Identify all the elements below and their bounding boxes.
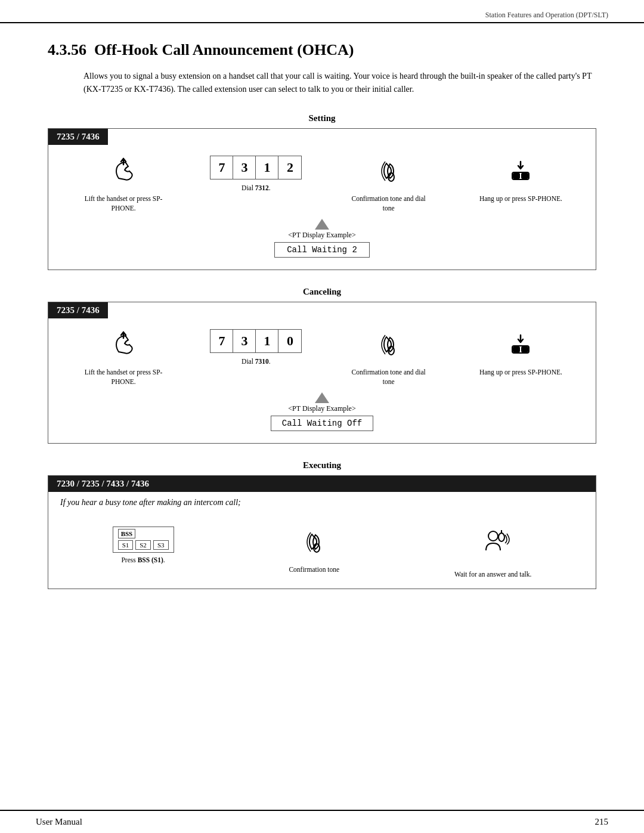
- page-footer: User Manual 215: [0, 810, 644, 833]
- executing-step3: Wait for an answer and talk.: [454, 527, 531, 579]
- footer-left: User Manual: [36, 817, 82, 827]
- setting-pt-screen: Call Waiting 2: [274, 242, 370, 258]
- setting-model: 7235 / 7436: [48, 129, 108, 145]
- setting-pt-display: <PT Display Example> Call Waiting 2: [48, 219, 596, 258]
- digit-2: 2: [278, 156, 301, 179]
- setting-heading: Setting: [48, 113, 596, 123]
- setting-steps-row: Lift the handset or press SP-PHONE. 7 3 …: [48, 145, 596, 213]
- section-description: Allows you to signal a busy extension on…: [83, 70, 596, 97]
- canceling-step1: Lift the handset or press SP-PHONE.: [82, 329, 165, 386]
- canceling-pt-display: <PT Display Example> Call Waiting Off: [48, 392, 596, 431]
- bss-s2-button[interactable]: S2: [135, 540, 151, 550]
- setting-step2-label: Dial 7312.: [242, 183, 271, 193]
- setting-step3: Confirmation tone and dial tone: [347, 156, 431, 213]
- executing-steps-row: BSS S1 S2 S3 Press BSS (S1).: [48, 516, 596, 579]
- canceling-diagram: 7235 / 7436 Lift the handset or press SP…: [48, 302, 596, 444]
- canceling-step1-label: Lift the handset or press SP-PHONE.: [82, 367, 165, 386]
- bss-s1-button[interactable]: S1: [118, 540, 134, 550]
- setting-step4: Hang up or press SP-PHONE.: [479, 156, 562, 203]
- canceling-dial-box: 7 3 1 0: [210, 329, 302, 353]
- digit-0: 0: [278, 330, 301, 352]
- bss-label: BSS: [118, 529, 136, 538]
- canceling-steps-row: Lift the handset or press SP-PHONE. 7 3 …: [48, 318, 596, 386]
- setting-dial-box: 7 3 1 2: [210, 156, 302, 179]
- setting-pt-label: <PT Display Example>: [288, 231, 355, 240]
- setting-step3-label: Confirmation tone and dial tone: [347, 194, 431, 213]
- executing-diagram: 7230 / 7235 / 7433 / 7436 If you hear a …: [48, 475, 596, 589]
- canceling-model: 7235 / 7436: [48, 302, 108, 318]
- executing-italic: If you hear a busy tone after making an …: [60, 498, 584, 507]
- digit-1: 1: [256, 156, 278, 179]
- canceling-pt-screen: Call Waiting Off: [271, 416, 373, 431]
- canceling-step4: Hang up or press SP-PHONE.: [479, 329, 562, 377]
- canceling-step2-label: Dial 7310.: [242, 357, 271, 366]
- svg-point-13: [499, 533, 504, 541]
- digit-3: 3: [233, 156, 256, 179]
- main-content: 4.3.56 Off-Hook Call Announcement (OHCA)…: [0, 23, 644, 810]
- canceling-step3-label: Confirmation tone and dial tone: [347, 367, 431, 386]
- header-text: Station Features and Operation (DPT/SLT): [485, 11, 608, 19]
- setting-step4-label: Hang up or press SP-PHONE.: [479, 194, 562, 203]
- digit-3b: 3: [233, 330, 256, 352]
- svg-rect-9: [522, 347, 528, 352]
- setting-step2: 7 3 1 2 Dial 7312.: [214, 156, 298, 193]
- setting-arrow: [315, 219, 329, 230]
- canceling-arrow: [315, 392, 329, 403]
- svg-rect-8: [513, 347, 519, 352]
- page: Station Features and Operation (DPT/SLT)…: [0, 0, 644, 833]
- canceling-step4-label: Hang up or press SP-PHONE.: [479, 367, 562, 377]
- setting-step1-label: Lift the handset or press SP-PHONE.: [82, 194, 165, 213]
- page-header: Station Features and Operation (DPT/SLT): [0, 0, 644, 23]
- canceling-step2: 7 3 1 0 Dial 7310.: [214, 329, 298, 366]
- wait-answer-icon: [475, 527, 511, 566]
- svg-rect-4: [522, 174, 528, 178]
- bss-buttons-row: S1 S2 S3: [118, 540, 169, 550]
- svg-rect-3: [513, 174, 519, 178]
- setting-diagram: 7235 / 7436 Lift the handset or press: [48, 128, 596, 270]
- hangup-icon2: [505, 329, 536, 364]
- executing-step3-label: Wait for an answer and talk.: [454, 569, 531, 579]
- executing-step2: Confirmation tone: [284, 527, 344, 574]
- hangup-icon: [505, 156, 536, 190]
- section-title: 4.3.56 Off-Hook Call Announcement (OHCA): [48, 41, 596, 59]
- digit-7: 7: [210, 156, 233, 179]
- footer-right: 215: [595, 817, 609, 827]
- executing-step1: BSS S1 S2 S3 Press BSS (S1).: [113, 527, 174, 565]
- confirmation-tone-icon2: [373, 329, 404, 364]
- canceling-step3: Confirmation tone and dial tone: [347, 329, 431, 386]
- executing-heading: Executing: [48, 460, 596, 470]
- executing-step2-label: Confirmation tone: [289, 565, 339, 574]
- bss-s3-button[interactable]: S3: [153, 540, 169, 550]
- handset-lift-icon2: [108, 329, 139, 364]
- executing-model: 7230 / 7235 / 7433 / 7436: [48, 476, 596, 492]
- canceling-heading: Canceling: [48, 287, 596, 297]
- bss-button-block: BSS S1 S2 S3: [113, 527, 174, 553]
- handset-lift-icon: [108, 156, 139, 190]
- executing-step1-label: Press BSS (S1).: [121, 555, 165, 565]
- svg-point-12: [488, 531, 498, 541]
- setting-step1: Lift the handset or press SP-PHONE.: [82, 156, 165, 213]
- confirmation-tone-icon: [373, 156, 404, 190]
- confirmation-tone-icon3: [299, 527, 330, 561]
- digit-7b: 7: [210, 330, 233, 352]
- canceling-pt-label: <PT Display Example>: [288, 404, 355, 413]
- digit-1b: 1: [256, 330, 278, 352]
